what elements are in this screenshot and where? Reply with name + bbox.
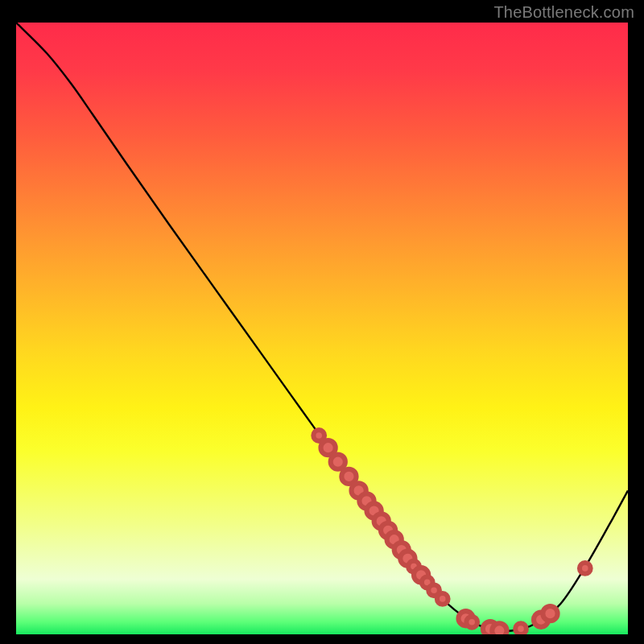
chart-container: TheBottleneck.com xyxy=(0,0,644,644)
data-marker xyxy=(543,606,557,621)
data-marker xyxy=(341,469,356,484)
data-marker xyxy=(515,623,526,634)
data-marker xyxy=(331,455,345,469)
attribution-text: TheBottleneck.com xyxy=(493,3,634,22)
chart-svg xyxy=(16,23,628,634)
data-marker xyxy=(313,430,324,441)
data-marker xyxy=(580,563,591,574)
data-marker xyxy=(437,593,448,605)
data-marker xyxy=(492,623,506,634)
curve-markers xyxy=(313,430,590,634)
plot-area xyxy=(16,23,628,634)
data-marker xyxy=(466,617,477,628)
data-marker xyxy=(320,440,335,455)
curve-line xyxy=(16,23,628,631)
